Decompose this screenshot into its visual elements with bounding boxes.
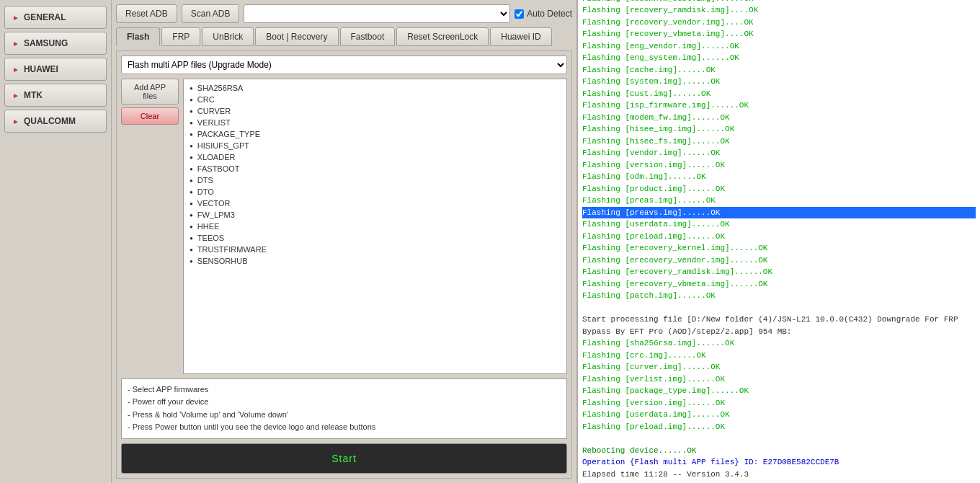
log-line: Flashing [crc.img]......OK	[582, 350, 976, 362]
tab-fastboot[interactable]: Fastboot	[340, 27, 396, 46]
log-line: Flashing [cust.img]......OK	[582, 88, 976, 100]
sidebar-btn-general[interactable]: ►GENERAL	[4, 6, 107, 29]
tab-reset_screenlock[interactable]: Reset ScreenLock	[396, 27, 489, 46]
log-line: Flashing [preload.img]......OK	[582, 421, 976, 433]
list-item: TRUSTFIRMWARE	[190, 244, 561, 255]
sidebar-btn-huawei[interactable]: ►HUAWEI	[4, 58, 107, 81]
log-line: Flashing [odm.img]......OK	[582, 171, 976, 183]
sidebar-label-general: GENERAL	[24, 12, 66, 22]
list-item: SHA256RSA	[190, 82, 561, 94]
list-item: TEEOS	[190, 232, 561, 244]
start-button[interactable]: Start	[125, 447, 564, 470]
mode-select-wrap: Flash multi APP files (Upgrade Mode)	[121, 56, 567, 74]
list-item: HHEE	[190, 221, 561, 232]
log-line: Flashing [cache.img]......OK	[582, 64, 976, 76]
list-item: DTS	[190, 174, 561, 186]
log-panel[interactable]: Flashing [kernel.img]......OKFlashing [v…	[576, 0, 980, 483]
instruction-line: - Press & hold 'Volume up' and 'Volume d…	[128, 409, 561, 422]
port-select[interactable]	[244, 4, 510, 23]
sidebar-label-huawei: HUAWEI	[24, 64, 58, 74]
log-line: Flashing [package_type.img]......OK	[582, 385, 976, 397]
file-buttons: Add APP files Clear	[121, 79, 179, 374]
auto-detect-checkbox[interactable]	[514, 9, 524, 19]
log-line: Flashing [erecovery_vbmeta.img]......OK	[582, 278, 976, 291]
mode-select[interactable]: Flash multi APP files (Upgrade Mode)	[121, 56, 567, 74]
arrow-icon-huawei: ►	[12, 66, 19, 74]
log-line: Flashing [recovery_ramdisk.img]....OK	[582, 4, 976, 17]
sidebar-label-qualcomm: QUALCOMM	[24, 116, 76, 126]
instructions: - Select APP firmwares- Power off your d…	[121, 378, 567, 439]
file-area: Add APP files Clear SHA256RSACRCCURVERVE…	[121, 79, 567, 374]
log-line: Flashing [eng_system.img]......OK	[582, 52, 976, 64]
log-line: Flashing [preas.img]......OK	[582, 195, 976, 207]
log-line: Flashing [userdata.img]......OK	[582, 218, 976, 231]
sidebar: ►GENERAL►SAMSUNG►HUAWEI►MTK►QUALCOMM	[0, 0, 112, 483]
list-item: VERLIST	[190, 117, 561, 128]
instruction-line: - Power off your device	[128, 396, 561, 409]
log-line: Elapsed time 11:28 -- Version 3.4.3	[582, 469, 976, 481]
log-line: Flashing [system.img]......OK	[582, 76, 976, 88]
tab-huawei_id[interactable]: Huawei ID	[490, 27, 551, 46]
log-line: Flashing [hisee_fs.img]......OK	[582, 136, 976, 148]
log-line: Flashing [eng_vendor.img]......OK	[582, 40, 976, 53]
instruction-line: - Select APP firmwares	[128, 384, 561, 396]
tab-flash[interactable]: Flash	[116, 27, 160, 46]
log-line: Flashing [version.img]......OK	[582, 397, 976, 409]
arrow-icon-samsung: ►	[12, 40, 19, 48]
reset-adb-button[interactable]: Reset ADB	[116, 4, 177, 23]
arrow-icon-qualcomm: ►	[12, 118, 19, 125]
list-item: VECTOR	[190, 198, 561, 209]
log-line: Flashing [userdata.img]......OK	[582, 409, 976, 421]
log-line: Rebooting device......OK	[582, 445, 976, 457]
list-item: DTO	[190, 186, 561, 198]
top-bar: Reset ADB Scan ADB Auto Detect	[116, 4, 572, 23]
auto-detect-wrap: Auto Detect	[514, 9, 572, 19]
arrow-icon-general: ►	[12, 14, 19, 22]
tab-frp[interactable]: FRP	[161, 27, 200, 46]
log-line: Flashing [verlist.img]......OK	[582, 373, 976, 386]
log-line: Flashing [version.img]......OK	[582, 159, 976, 172]
list-item: HISIUFS_GPT	[190, 140, 561, 151]
log-line: Flashing [erecovery_kernel.img]......OK	[582, 242, 976, 254]
log-line: Start processing file [D:/New folder (4)…	[582, 314, 976, 337]
start-button-wrap: Start	[121, 443, 567, 474]
log-line: Flashing [recovery_vbmeta.img]....OK	[582, 28, 976, 40]
log-line: Flashing [sha256rsa.img]......OK	[582, 337, 976, 350]
add-app-files-button[interactable]: Add APP files	[121, 79, 179, 105]
log-line: Flashing [preload.img]......OK	[582, 231, 976, 243]
file-list-container: SHA256RSACRCCURVERVERLISTPACKAGE_TYPEHIS…	[183, 79, 567, 374]
log-line: Flashing [patch.img]......OK	[582, 290, 976, 302]
tab-boot_recovery[interactable]: Boot | Recovery	[255, 27, 338, 46]
log-line: Operation {Flash multi APP files} ID: E2…	[582, 456, 976, 469]
log-line: Flashing [curver.img]......OK	[582, 361, 976, 373]
sidebar-btn-mtk[interactable]: ►MTK	[4, 84, 107, 107]
arrow-icon-mtk: ►	[12, 92, 19, 99]
tab-unbrick[interactable]: UnBrick	[202, 27, 254, 46]
main-content: Reset ADB Scan ADB Auto Detect FlashFRPU…	[112, 0, 576, 483]
auto-detect-label: Auto Detect	[527, 9, 572, 19]
log-line: Flashing [hisee_img.img]......OK	[582, 123, 976, 136]
sidebar-label-samsung: SAMSUNG	[24, 38, 68, 48]
log-line: Flashing [preavs.img]......OK	[582, 207, 976, 219]
flash-panel: Flash multi APP files (Upgrade Mode) Add…	[116, 50, 572, 479]
instruction-line: - Press Power button until you see the d…	[128, 421, 561, 434]
sidebar-label-mtk: MTK	[24, 90, 43, 100]
log-line: Flashing [erecovery_vendor.img]......OK	[582, 254, 976, 267]
log-line: Flashing [isp_firmware.img]......OK	[582, 99, 976, 112]
tabs-bar: FlashFRPUnBrickBoot | RecoveryFastbootRe…	[116, 27, 572, 46]
list-item: FW_LPM3	[190, 209, 561, 221]
log-line: Flashing [modem_fw.img]......OK	[582, 112, 976, 124]
sidebar-btn-samsung[interactable]: ►SAMSUNG	[4, 32, 107, 55]
list-item: CURVER	[190, 105, 561, 117]
list-item: XLOADER	[190, 151, 561, 163]
scan-adb-button[interactable]: Scan ADB	[182, 4, 240, 23]
list-item: PACKAGE_TYPE	[190, 128, 561, 140]
list-item: FASTBOOT	[190, 163, 561, 174]
clear-button[interactable]: Clear	[121, 107, 179, 125]
log-line: Flashing [recovery_vendor.img]....OK	[582, 17, 976, 29]
list-item: SENSORHUB	[190, 255, 561, 267]
log-line: Flashing [vendor.img]......OK	[582, 147, 976, 159]
log-line: Flashing [erecovery_ramdisk.img]......OK	[582, 266, 976, 278]
list-item: CRC	[190, 94, 561, 105]
sidebar-btn-qualcomm[interactable]: ►QUALCOMM	[4, 110, 107, 133]
